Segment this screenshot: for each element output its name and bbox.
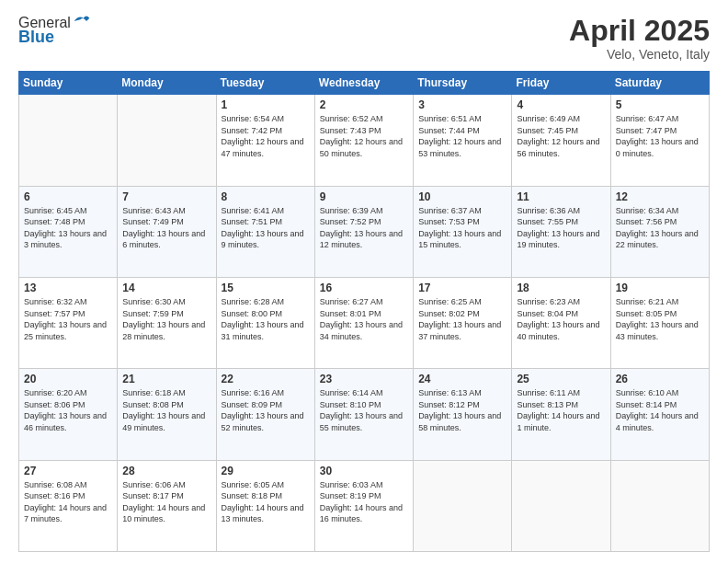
day-number: 4: [517, 98, 605, 111]
day-info: Sunrise: 6:20 AMSunset: 8:06 PMDaylight:…: [24, 387, 112, 433]
day-info: Sunrise: 6:54 AMSunset: 7:42 PMDaylight:…: [222, 113, 310, 159]
day-info: Sunrise: 6:49 AMSunset: 7:45 PMDaylight:…: [517, 113, 605, 159]
day-info: Sunrise: 6:47 AMSunset: 7:47 PMDaylight:…: [616, 113, 704, 159]
day-number: 22: [222, 373, 310, 385]
day-number: 9: [320, 190, 408, 203]
day-info: Sunrise: 6:16 AMSunset: 8:09 PMDaylight:…: [222, 387, 310, 433]
weekday-header-thursday: Thursday: [414, 72, 512, 95]
calendar-subtitle: Velo, Veneto, Italy: [569, 47, 710, 62]
day-number: 17: [418, 282, 506, 294]
day-info: Sunrise: 6:37 AMSunset: 7:53 PMDaylight:…: [418, 205, 506, 251]
day-info: Sunrise: 6:21 AMSunset: 8:05 PMDaylight:…: [616, 296, 704, 342]
calendar-cell: [512, 460, 610, 551]
day-number: 18: [517, 282, 605, 294]
day-number: 7: [122, 190, 210, 203]
day-number: 10: [418, 190, 506, 203]
day-number: 28: [122, 465, 210, 477]
calendar-cell: 5Sunrise: 6:47 AMSunset: 7:47 PMDaylight…: [610, 95, 709, 186]
logo: General Blue: [18, 15, 91, 47]
day-info: Sunrise: 6:05 AMSunset: 8:18 PMDaylight:…: [222, 479, 310, 525]
calendar-cell: 22Sunrise: 6:16 AMSunset: 8:09 PMDayligh…: [216, 369, 314, 460]
day-info: Sunrise: 6:10 AMSunset: 8:14 PMDaylight:…: [616, 387, 704, 433]
day-number: 15: [222, 282, 310, 294]
day-number: 14: [122, 282, 210, 294]
day-number: 27: [24, 465, 112, 477]
calendar-cell: 20Sunrise: 6:20 AMSunset: 8:06 PMDayligh…: [19, 369, 118, 460]
calendar-cell: 10Sunrise: 6:37 AMSunset: 7:53 PMDayligh…: [414, 186, 512, 277]
day-number: 20: [24, 373, 112, 385]
calendar-cell: [19, 95, 118, 186]
calendar-cell: 7Sunrise: 6:43 AMSunset: 7:49 PMDaylight…: [118, 186, 216, 277]
day-number: 25: [517, 373, 605, 385]
day-number: 11: [517, 190, 605, 203]
day-info: Sunrise: 6:25 AMSunset: 8:02 PMDaylight:…: [418, 296, 506, 342]
day-number: 24: [418, 373, 506, 385]
calendar-cell: 18Sunrise: 6:23 AMSunset: 8:04 PMDayligh…: [512, 277, 610, 368]
day-info: Sunrise: 6:03 AMSunset: 8:19 PMDaylight:…: [320, 479, 408, 525]
day-info: Sunrise: 6:39 AMSunset: 7:52 PMDaylight:…: [320, 205, 408, 251]
day-info: Sunrise: 6:14 AMSunset: 8:10 PMDaylight:…: [320, 387, 408, 433]
day-info: Sunrise: 6:43 AMSunset: 7:49 PMDaylight:…: [122, 205, 210, 251]
calendar-cell: 13Sunrise: 6:32 AMSunset: 7:57 PMDayligh…: [19, 277, 118, 368]
calendar-cell: 6Sunrise: 6:45 AMSunset: 7:48 PMDaylight…: [19, 186, 118, 277]
day-number: 23: [320, 373, 408, 385]
day-number: 1: [222, 98, 310, 111]
weekday-header-saturday: Saturday: [610, 72, 709, 95]
weekday-header-friday: Friday: [512, 72, 610, 95]
calendar-cell: 14Sunrise: 6:30 AMSunset: 7:59 PMDayligh…: [118, 277, 216, 368]
day-number: 16: [320, 282, 408, 294]
day-number: 30: [320, 465, 408, 477]
header: General Blue April 2025 Velo, Veneto, It…: [18, 15, 710, 62]
day-number: 2: [320, 98, 408, 111]
day-number: 26: [616, 373, 704, 385]
day-info: Sunrise: 6:28 AMSunset: 8:00 PMDaylight:…: [222, 296, 310, 342]
day-info: Sunrise: 6:27 AMSunset: 8:01 PMDaylight:…: [320, 296, 408, 342]
weekday-header-monday: Monday: [118, 72, 216, 95]
calendar-cell: 17Sunrise: 6:25 AMSunset: 8:02 PMDayligh…: [414, 277, 512, 368]
day-info: Sunrise: 6:51 AMSunset: 7:44 PMDaylight:…: [418, 113, 506, 159]
calendar-cell: 28Sunrise: 6:06 AMSunset: 8:17 PMDayligh…: [118, 460, 216, 551]
calendar-cell: 16Sunrise: 6:27 AMSunset: 8:01 PMDayligh…: [314, 277, 413, 368]
calendar-cell: 30Sunrise: 6:03 AMSunset: 8:19 PMDayligh…: [314, 460, 413, 551]
calendar-cell: [414, 460, 512, 551]
calendar-cell: 24Sunrise: 6:13 AMSunset: 8:12 PMDayligh…: [414, 369, 512, 460]
day-number: 12: [616, 190, 704, 203]
day-info: Sunrise: 6:30 AMSunset: 7:59 PMDaylight:…: [122, 296, 210, 342]
day-number: 29: [222, 465, 310, 477]
calendar-cell: 19Sunrise: 6:21 AMSunset: 8:05 PMDayligh…: [610, 277, 709, 368]
logo-icon: [73, 12, 91, 30]
day-number: 5: [616, 98, 704, 111]
calendar-cell: 11Sunrise: 6:36 AMSunset: 7:55 PMDayligh…: [512, 186, 610, 277]
calendar-cell: 21Sunrise: 6:18 AMSunset: 8:08 PMDayligh…: [118, 369, 216, 460]
page: General Blue April 2025 Velo, Veneto, It…: [0, 0, 728, 563]
calendar-cell: 3Sunrise: 6:51 AMSunset: 7:44 PMDaylight…: [414, 95, 512, 186]
day-info: Sunrise: 6:41 AMSunset: 7:51 PMDaylight:…: [222, 205, 310, 251]
day-number: 6: [24, 190, 112, 203]
day-number: 19: [616, 282, 704, 294]
day-info: Sunrise: 6:13 AMSunset: 8:12 PMDaylight:…: [418, 387, 506, 433]
day-info: Sunrise: 6:11 AMSunset: 8:13 PMDaylight:…: [517, 387, 605, 433]
day-info: Sunrise: 6:32 AMSunset: 7:57 PMDaylight:…: [24, 296, 112, 342]
weekday-header-sunday: Sunday: [19, 72, 118, 95]
calendar-title: April 2025: [569, 15, 710, 47]
calendar-cell: 12Sunrise: 6:34 AMSunset: 7:56 PMDayligh…: [610, 186, 709, 277]
day-info: Sunrise: 6:36 AMSunset: 7:55 PMDaylight:…: [517, 205, 605, 251]
calendar-cell: 27Sunrise: 6:08 AMSunset: 8:16 PMDayligh…: [19, 460, 118, 551]
calendar-cell: 2Sunrise: 6:52 AMSunset: 7:43 PMDaylight…: [314, 95, 413, 186]
title-block: April 2025 Velo, Veneto, Italy: [569, 15, 710, 62]
calendar-table: SundayMondayTuesdayWednesdayThursdayFrid…: [18, 71, 710, 552]
day-number: 3: [418, 98, 506, 111]
day-info: Sunrise: 6:06 AMSunset: 8:17 PMDaylight:…: [122, 479, 210, 525]
day-number: 8: [222, 190, 310, 203]
day-info: Sunrise: 6:18 AMSunset: 8:08 PMDaylight:…: [122, 387, 210, 433]
calendar-cell: 8Sunrise: 6:41 AMSunset: 7:51 PMDaylight…: [216, 186, 314, 277]
calendar-cell: 29Sunrise: 6:05 AMSunset: 8:18 PMDayligh…: [216, 460, 314, 551]
day-info: Sunrise: 6:52 AMSunset: 7:43 PMDaylight:…: [320, 113, 408, 159]
day-info: Sunrise: 6:08 AMSunset: 8:16 PMDaylight:…: [24, 479, 112, 525]
calendar-cell: [118, 95, 216, 186]
calendar-cell: 9Sunrise: 6:39 AMSunset: 7:52 PMDaylight…: [314, 186, 413, 277]
calendar-cell: 25Sunrise: 6:11 AMSunset: 8:13 PMDayligh…: [512, 369, 610, 460]
day-number: 21: [122, 373, 210, 385]
weekday-header-tuesday: Tuesday: [216, 72, 314, 95]
calendar-cell: 26Sunrise: 6:10 AMSunset: 8:14 PMDayligh…: [610, 369, 709, 460]
